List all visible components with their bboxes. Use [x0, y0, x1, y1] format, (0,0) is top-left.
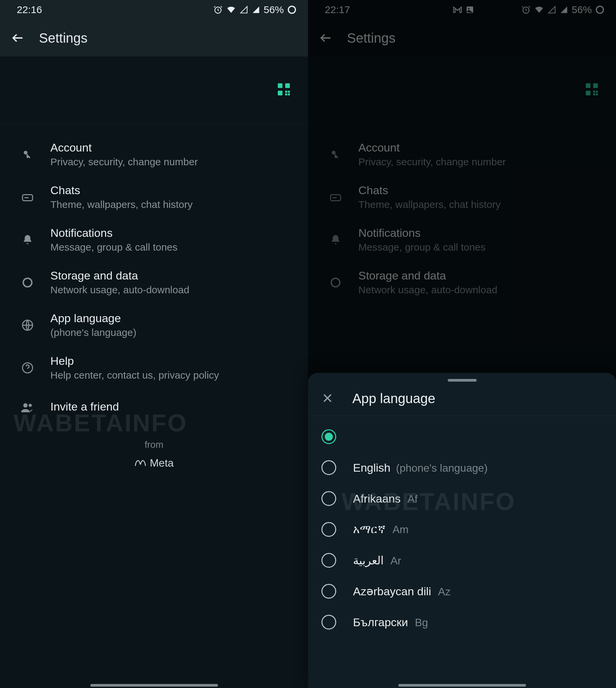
language-option[interactable]: العربية Ar: [308, 545, 616, 576]
svg-rect-25: [593, 93, 595, 95]
back-button[interactable]: [10, 30, 25, 46]
item-title: Help: [50, 354, 298, 367]
settings-item-chats[interactable]: ChatsTheme, wallpapers, chat history: [308, 176, 616, 218]
item-sub: Privacy, security, change number: [358, 156, 606, 168]
language-option[interactable]: Afrikaans Af: [308, 483, 616, 514]
close-button[interactable]: [322, 392, 333, 406]
svg-rect-7: [285, 93, 287, 95]
settings-item-help[interactable]: Help Help center, contact us, privacy po…: [0, 346, 308, 389]
signal-icon: [548, 5, 556, 14]
option-label: العربية: [353, 554, 383, 567]
svg-rect-6: [288, 93, 290, 95]
nav-handle[interactable]: [398, 684, 526, 687]
alarm-icon: [213, 5, 223, 15]
svg-point-19: [596, 6, 603, 14]
item-title: Chats: [358, 184, 606, 197]
option-sub: Ar: [390, 555, 401, 567]
option-label: English: [353, 461, 391, 474]
status-time: 22:16: [17, 4, 42, 16]
settings-item-chats[interactable]: Chats Theme, wallpapers, chat history: [0, 176, 308, 218]
gmail-icon: [453, 6, 462, 14]
qr-icon: [584, 81, 600, 98]
sheet-handle[interactable]: [448, 379, 477, 382]
alarm-icon: [521, 5, 531, 15]
chat-icon: [330, 192, 342, 202]
settings-item-invite[interactable]: Invite a friend: [0, 389, 308, 426]
settings-item-storage[interactable]: Storage and dataNetwork usage, auto-down…: [308, 261, 616, 304]
option-sub: Am: [392, 523, 409, 536]
qr-icon: [276, 81, 292, 98]
option-label: Български: [353, 616, 408, 628]
settings-item-account[interactable]: Account Privacy, security, change number: [0, 133, 308, 176]
key-icon: [330, 149, 341, 160]
qr-button[interactable]: [584, 81, 600, 99]
back-button[interactable]: [318, 30, 333, 46]
item-sub: Privacy, security, change number: [50, 156, 298, 168]
radio-icon: [322, 460, 336, 475]
svg-rect-4: [278, 91, 283, 95]
item-sub: Theme, wallpapers, chat history: [50, 199, 298, 210]
battery-text: 56%: [264, 4, 284, 16]
profile-row: [308, 57, 616, 124]
radio-icon: [322, 615, 336, 629]
settings-item-account[interactable]: AccountPrivacy, security, change number: [308, 133, 616, 176]
item-sub: Network usage, auto-download: [358, 284, 606, 296]
svg-point-29: [331, 278, 340, 287]
settings-item-notifications[interactable]: NotificationsMessage, group & call tones: [308, 218, 616, 261]
language-option[interactable]: [308, 421, 616, 452]
svg-rect-23: [593, 91, 595, 93]
svg-point-9: [24, 150, 27, 154]
arrow-left-icon: [11, 31, 25, 45]
option-sub: Bg: [415, 617, 428, 628]
radio-icon: [322, 522, 336, 537]
item-title: App language: [50, 312, 298, 325]
screenshot-right: 22:17 56% Settings AccountPrivacy, secur…: [308, 0, 616, 688]
status-icons: 56%: [213, 4, 296, 16]
item-sub: Message, group & call tones: [50, 241, 298, 253]
signal-icon: [240, 5, 248, 14]
footer: from Meta: [0, 439, 308, 469]
profile-row: [0, 57, 308, 124]
battery-text: 56%: [572, 4, 592, 16]
svg-point-15: [28, 404, 32, 407]
wifi-icon: [534, 5, 544, 15]
signal-icon-2: [559, 5, 568, 14]
svg-rect-24: [596, 93, 598, 95]
item-title: Storage and data: [50, 269, 298, 282]
item-title: Invite a friend: [50, 400, 298, 413]
option-label: Azərbaycan dili: [353, 585, 431, 598]
battery-circle-icon: [595, 5, 604, 15]
radio-icon: [322, 584, 336, 599]
qr-button[interactable]: [276, 81, 292, 99]
language-option[interactable]: አማርኛ Am: [308, 514, 616, 545]
svg-rect-8: [288, 91, 290, 93]
svg-rect-20: [586, 83, 591, 88]
bell-icon: [22, 234, 33, 245]
settings-item-storage[interactable]: Storage and data Network usage, auto-dow…: [0, 261, 308, 304]
wifi-icon: [226, 5, 236, 15]
nav-handle[interactable]: [90, 684, 218, 687]
item-sub: Message, group & call tones: [358, 241, 606, 253]
settings-item-notifications[interactable]: Notifications Message, group & call tone…: [0, 218, 308, 261]
help-icon: [22, 362, 34, 374]
option-label: Afrikaans: [353, 492, 401, 505]
item-sub: Theme, wallpapers, chat history: [358, 199, 606, 210]
option-sub: Af: [408, 493, 418, 505]
language-option[interactable]: Azərbaycan dili Az: [308, 576, 616, 607]
svg-point-14: [23, 403, 27, 408]
svg-point-1: [288, 6, 295, 14]
item-sub: (phone's language): [50, 327, 298, 338]
settings-item-language[interactable]: App language (phone's language): [0, 304, 308, 346]
language-option[interactable]: English (phone's language): [308, 452, 616, 483]
radio-icon: [322, 429, 336, 444]
item-sub: Help center, contact us, privacy policy: [50, 369, 298, 381]
settings-list: AccountPrivacy, security, change number …: [308, 124, 616, 304]
app-bar: Settings: [0, 20, 308, 57]
settings-list: Account Privacy, security, change number…: [0, 124, 308, 426]
bell-icon: [330, 234, 341, 245]
app-bar: Settings: [308, 20, 616, 57]
sheet-title: App language: [352, 391, 435, 406]
language-option[interactable]: Български Bg: [308, 607, 616, 638]
svg-rect-22: [586, 91, 591, 95]
item-title: Chats: [50, 184, 298, 197]
